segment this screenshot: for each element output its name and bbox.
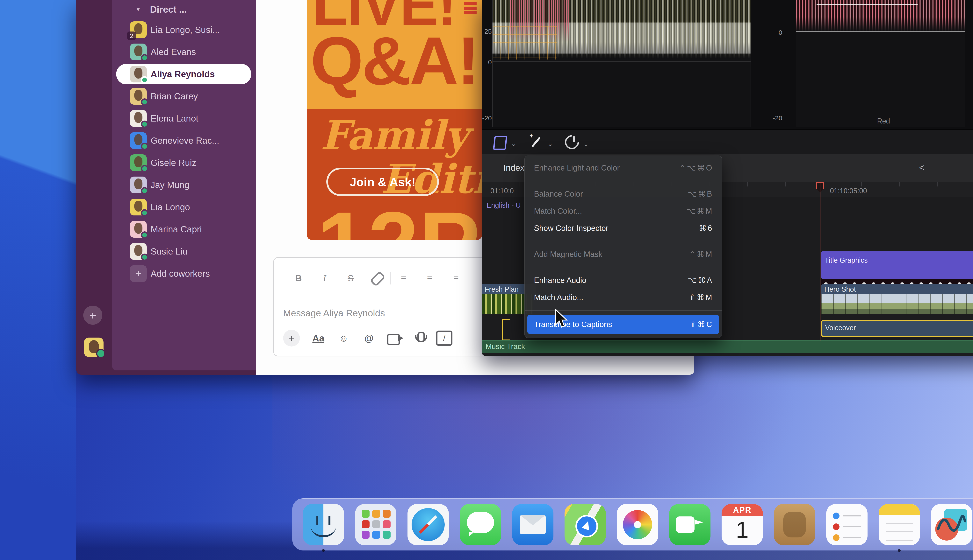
link-icon[interactable]	[364, 272, 390, 284]
qa-poster-image: LIVE! Q&A! Family Fan Edition Join & Ask…	[307, 0, 482, 240]
emoji-icon[interactable]: ☺	[331, 333, 356, 343]
reminder-line	[843, 537, 861, 538]
sidebar-item-aled-evans[interactable]: Aled Evans	[112, 41, 256, 63]
freeform-icon[interactable]	[931, 504, 972, 545]
avatar-face	[134, 68, 142, 78]
contacts-icon[interactable]	[774, 504, 815, 545]
bold-icon[interactable]: B	[286, 273, 311, 283]
avatar-face	[134, 134, 142, 145]
reminder-line	[843, 515, 861, 517]
voiceover-clip[interactable]: Voiceover	[821, 320, 973, 337]
sidebar-item-susie-liu[interactable]: Susie Liu	[112, 240, 256, 262]
contacts-icon-art	[774, 504, 815, 545]
launchpad-tile	[362, 510, 369, 518]
mail-icon-art	[512, 504, 553, 545]
finder-icon[interactable]	[303, 504, 344, 545]
launchpad-tile	[362, 520, 369, 528]
sidebar-item-genevieve-rac-[interactable]: Genevieve Rac...	[112, 130, 256, 152]
presence-indicator	[141, 98, 148, 106]
ordered-list-icon[interactable]: ≡	[391, 273, 416, 283]
chevron-left-icon[interactable]: <	[919, 162, 925, 173]
sidebar-item-aliya-reynolds[interactable]: Aliya Reynolds	[112, 63, 256, 85]
indent-list-icon[interactable]: ≡	[443, 273, 469, 283]
presence-indicator	[96, 349, 105, 358]
sidebar-item-gisele-ruiz[interactable]: Gisele Ruiz	[112, 152, 256, 174]
direct-messages-header[interactable]: ▼ Direct ...	[112, 0, 256, 19]
avatar	[130, 154, 147, 171]
chevron-down-icon[interactable]: ⌄	[583, 140, 589, 148]
menu-separator	[525, 241, 722, 241]
menu-item-match-audio-[interactable]: Match Audio...⇧⌘M	[525, 289, 722, 306]
notes-icon[interactable]	[879, 504, 920, 545]
avatar	[130, 177, 147, 193]
chevron-down-icon[interactable]: ⌄	[547, 140, 553, 148]
menu-item-enhance-audio[interactable]: Enhance Audio⌥⌘A	[525, 272, 722, 289]
sidebar-item-lia-longo-susi-[interactable]: 2Lia Longo, Susi...	[112, 19, 256, 41]
title-graphics-clip[interactable]: Title Graphics	[821, 251, 973, 279]
direct-messages-label: Direct ...	[150, 4, 187, 15]
menu-item-balance-color: Balance Color⌥⌘B	[525, 185, 722, 202]
ruler-timecode-left: 01:10:0	[490, 187, 514, 195]
launchpad-tile	[372, 520, 380, 528]
bulleted-list-icon[interactable]: ≡	[416, 273, 443, 283]
sidebar-item-add-coworkers[interactable]: +Add coworkers	[112, 262, 256, 285]
enhancements-wand-icon[interactable]	[529, 135, 543, 148]
reminder-line	[843, 526, 861, 527]
add-workspace-button[interactable]: +	[83, 306, 102, 325]
maps-icon[interactable]	[565, 504, 606, 545]
music-track[interactable]: Music Track	[481, 340, 973, 353]
sidebar-item-elena-lanot[interactable]: Elena Lanot	[112, 107, 256, 130]
avatar	[130, 199, 147, 215]
sidebar-item-marina-capri[interactable]: Marina Capri	[112, 218, 256, 240]
facetime-icon[interactable]	[669, 504, 711, 545]
message-input[interactable]: Message Aliya Reynolds	[283, 308, 385, 318]
text-format-button[interactable]: Aa	[306, 333, 331, 343]
reminders-icon[interactable]	[826, 504, 868, 545]
microphone-icon[interactable]	[407, 332, 433, 344]
launchpad-tile	[362, 531, 369, 538]
sidebar-item-label: Brian Carey	[150, 91, 198, 102]
presence-indicator	[141, 165, 148, 172]
calendar-icon[interactable]: APR1	[722, 504, 763, 545]
sidebar-item-jay-mung[interactable]: Jay Mung	[112, 174, 256, 196]
sidebar-item-lia-longo[interactable]: Lia Longo	[112, 196, 256, 218]
safari-icon[interactable]	[408, 504, 449, 545]
launchpad-tile	[383, 520, 391, 528]
caption-clip-label[interactable]: English - U	[486, 201, 521, 209]
menu-item-label: Enhance Audio	[534, 276, 688, 285]
presence-indicator	[141, 209, 148, 217]
sidebar-item-brian-carey[interactable]: Brian Carey	[112, 85, 256, 107]
menu-item-show-color-inspector[interactable]: Show Color Inspector⌘6	[525, 220, 722, 237]
messages-icon[interactable]	[460, 504, 501, 545]
mention-icon[interactable]: @	[356, 333, 381, 343]
chevron-down-icon[interactable]: ⌄	[511, 140, 517, 148]
index-button[interactable]: Index	[503, 163, 525, 173]
italic-icon[interactable]: I	[311, 273, 338, 283]
hero-shot-clip[interactable]: Hero Shot	[821, 284, 973, 294]
retime-gauge-icon[interactable]	[562, 132, 582, 152]
attach-plus-button[interactable]: +	[283, 330, 300, 347]
mail-icon[interactable]	[512, 504, 553, 545]
launchpad-tile	[372, 531, 380, 538]
strikethrough-icon[interactable]: S	[338, 273, 364, 283]
menu-item-label: Add Magnetic Mask	[534, 250, 689, 258]
user-avatar[interactable]	[84, 338, 104, 357]
video-record-icon[interactable]	[382, 332, 407, 344]
calendar-month: APR	[722, 504, 763, 516]
notes-line	[886, 531, 913, 532]
notes-band	[879, 504, 920, 515]
clip-tools-icon[interactable]	[493, 136, 507, 150]
playhead[interactable]	[820, 182, 821, 341]
photos-icon[interactable]	[617, 504, 658, 545]
scope-tick-25: 25	[481, 28, 492, 35]
maps-icon-art	[565, 504, 606, 545]
hero-shot-filmstrip[interactable]	[821, 294, 973, 314]
launchpad-icon[interactable]	[355, 504, 396, 545]
scope-tick-neg20-right: -20	[769, 114, 782, 122]
chevron-down-icon[interactable]: ▼	[135, 6, 141, 13]
mouse-cursor	[555, 309, 570, 330]
reminder-bullet	[833, 513, 839, 519]
menu-item-shortcut: ⌥⌘A	[688, 276, 713, 285]
video-scopes-panel: 25 0 -20 Red 0 -20 Gre	[481, 0, 973, 129]
shortcuts-icon[interactable]: /	[436, 330, 453, 346]
